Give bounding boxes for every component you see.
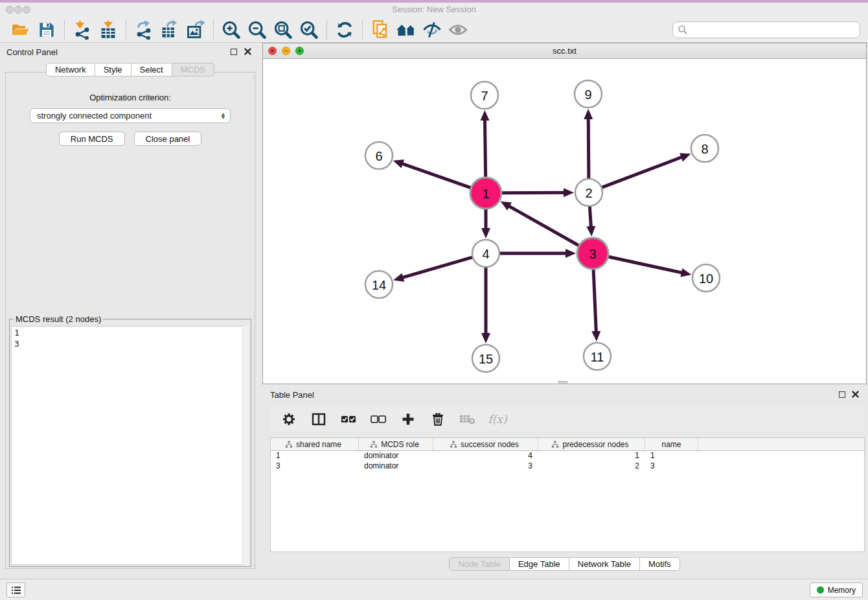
save-session-button[interactable] [34, 19, 60, 41]
cell-name[interactable]: 1 [645, 451, 698, 461]
graph-edge-4-14[interactable] [393, 257, 472, 282]
cell-shared-name[interactable]: 3 [271, 461, 359, 472]
close-panel-button[interactable]: Close panel [134, 132, 202, 146]
graph-node-10[interactable]: 10 [692, 264, 720, 292]
result-line: 3 [14, 338, 246, 349]
cell-mcds-role[interactable]: dominator [359, 451, 433, 461]
column-header-predecessor-nodes[interactable]: predecessor nodes [538, 438, 645, 450]
graph-node-14[interactable]: 14 [365, 271, 393, 298]
show-all-button[interactable] [445, 19, 471, 41]
optimization-criterion-select[interactable]: strongly connected component ▲▼ [30, 108, 231, 123]
graph-edge-1-2[interactable] [502, 188, 574, 197]
mcds-result-textarea[interactable]: 1 3 [11, 326, 249, 565]
graph-edge-1-7[interactable] [481, 110, 490, 177]
column-header-shared-name[interactable]: shared name [271, 438, 359, 450]
graph-edge-1-6[interactable] [393, 159, 471, 187]
import-network-button[interactable] [69, 19, 95, 41]
export-network-button[interactable] [131, 19, 157, 41]
refresh-icon [336, 21, 354, 39]
graph-edge-4-3[interactable] [500, 249, 576, 258]
graph-edge-3-1[interactable] [501, 202, 579, 246]
cell-name[interactable]: 3 [645, 461, 698, 472]
new-network-from-selection-button[interactable] [367, 19, 393, 41]
graph-node-2[interactable]: 2 [575, 179, 602, 206]
tab-node-table[interactable]: Node Table [449, 557, 510, 571]
cell-successor-nodes[interactable]: 3 [433, 461, 538, 472]
cell-predecessor-nodes[interactable]: 2 [538, 461, 645, 472]
table-settings-button[interactable] [280, 411, 297, 428]
table-row[interactable]: 3 dominator 3 2 3 [271, 461, 864, 472]
delete-column-button[interactable] [429, 411, 446, 428]
tab-select[interactable]: Select [131, 63, 172, 76]
splitter-handle[interactable] [558, 381, 567, 384]
tab-mcds[interactable]: MCDS [172, 63, 214, 76]
column-label: successor nodes [461, 440, 519, 449]
column-header-name[interactable]: name [645, 438, 698, 450]
zoom-out-button[interactable] [244, 19, 270, 41]
float-table-panel-button[interactable] [839, 391, 845, 398]
float-panel-button[interactable] [231, 49, 237, 55]
tab-edge-table[interactable]: Edge Table [510, 557, 569, 571]
open-session-button[interactable] [8, 19, 34, 41]
search-input[interactable] [688, 25, 855, 34]
graph-edge-2-9[interactable] [584, 109, 593, 178]
graph-edge-2-3[interactable] [586, 207, 595, 237]
graph-node-8[interactable]: 8 [691, 135, 718, 162]
hide-selected-button[interactable] [419, 19, 445, 41]
column-view-button[interactable] [310, 411, 327, 428]
workspace: Control Panel Network Style Select MCDS … [0, 43, 868, 579]
search-field[interactable] [672, 21, 860, 38]
window-title: Session: New Session [0, 5, 868, 14]
cell-shared-name[interactable]: 1 [271, 451, 359, 461]
memory-button[interactable]: Memory [810, 583, 863, 597]
cell-mcds-role[interactable]: dominator [359, 461, 433, 472]
tab-style[interactable]: Style [95, 63, 131, 76]
graph-node-11[interactable]: 11 [584, 343, 611, 370]
close-panel-icon[interactable] [244, 48, 251, 55]
cell-predecessor-nodes[interactable]: 1 [538, 451, 645, 461]
graph-node-3[interactable]: 3 [577, 238, 608, 269]
toolbar-separator [326, 20, 327, 40]
refresh-button[interactable] [332, 19, 358, 41]
result-scrollbar[interactable] [242, 326, 249, 565]
graph-node-4[interactable]: 4 [472, 240, 499, 267]
add-column-button[interactable] [400, 411, 417, 428]
tab-motifs[interactable]: Motifs [640, 557, 680, 571]
graph-edge-4-15[interactable] [481, 268, 490, 343]
network-window-titlebar[interactable]: × − + scc.txt [263, 43, 866, 59]
column-header-successor-nodes[interactable]: successor nodes [433, 438, 538, 450]
export-image-button[interactable] [183, 19, 209, 41]
table-row[interactable]: 1 dominator 4 1 1 [271, 451, 864, 461]
zoom-in-button[interactable] [218, 19, 244, 41]
graph-node-7[interactable]: 7 [471, 82, 498, 109]
node-label: 4 [482, 247, 489, 261]
graph-edge-1-4[interactable] [481, 209, 490, 238]
graph-node-6[interactable]: 6 [365, 142, 393, 169]
tab-network[interactable]: Network [46, 63, 95, 76]
column-label: MCDS role [381, 440, 419, 449]
graph-node-1[interactable]: 1 [470, 178, 501, 209]
select-all-columns-button[interactable] [340, 411, 357, 428]
run-mcds-button[interactable]: Run MCDS [59, 132, 125, 146]
graph-edge-2-8[interactable] [602, 153, 691, 187]
zoom-fit-button[interactable] [270, 19, 296, 41]
zoom-selected-button[interactable] [296, 19, 322, 41]
graph-node-9[interactable]: 9 [575, 80, 602, 108]
tab-network-table[interactable]: Network Table [569, 557, 640, 571]
graph-edge-3-11[interactable] [591, 270, 600, 341]
graph-node-15[interactable]: 15 [472, 345, 499, 372]
close-table-panel-icon[interactable] [852, 391, 859, 398]
cell-successor-nodes[interactable]: 4 [433, 451, 538, 461]
fx-icon: f(x) [488, 413, 507, 426]
import-table-button[interactable] [95, 19, 121, 41]
graph-edge-3-10[interactable] [608, 257, 691, 277]
column-header-mcds-role[interactable]: MCDS role [359, 438, 433, 450]
delete-table-button[interactable] [459, 411, 476, 428]
first-neighbors-button[interactable] [393, 19, 419, 41]
eye-icon [448, 21, 468, 39]
function-builder-button[interactable]: f(x) [489, 411, 506, 428]
task-history-button[interactable] [6, 583, 25, 597]
export-table-button[interactable] [157, 19, 183, 41]
network-canvas[interactable]: 7968124314101511 [263, 59, 866, 384]
deselect-all-columns-button[interactable] [370, 411, 387, 428]
